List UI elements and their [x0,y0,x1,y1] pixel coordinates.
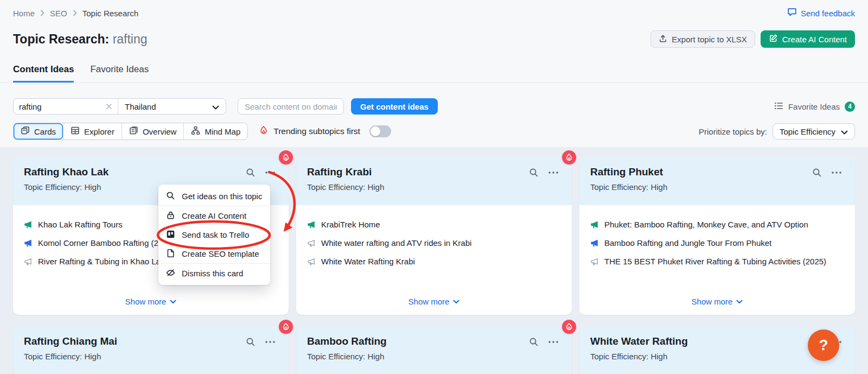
breadcrumb-seo[interactable]: SEO [50,9,67,18]
card-header: Rafting Krabi Topic Efficiency: High [296,157,572,205]
headline-item[interactable]: White water rafting and ATV rides in Kra… [307,238,561,249]
headline-text: White water rafting and ATV rides in Kra… [321,238,471,249]
topic-card-rafting-phuket: Rafting Phuket Topic Efficiency: High Ph… [579,157,855,315]
headline-text: Komol Corner Bamboo Rafting (2 [38,238,158,249]
card-header: Rafting Chiang Mai Topic Efficiency: Hig… [13,327,289,374]
headline-item[interactable]: KrabiTrek Home [307,219,561,230]
menu-create-seo-template[interactable]: Create SEO template [158,244,270,263]
more-options-icon[interactable] [548,171,559,174]
chevron-down-icon [212,102,219,111]
trending-subtopics-control: Trending subtopics first [259,125,391,138]
clear-keyword-icon[interactable] [106,103,112,110]
chevron-down-icon [453,300,459,304]
create-ai-content-button[interactable]: Create AI Content [761,30,855,48]
headline-item[interactable]: Phuket: Bamboo Rafting, Monkey Cave, and… [590,219,844,230]
show-more-label: Show more [409,297,450,306]
search-icon[interactable] [812,168,822,178]
menu-get-ideas[interactable]: Get ideas on this topic [158,187,270,206]
lock-icon [166,211,175,221]
headline-text: Phuket: Bamboo Rafting, Monkey Cave, and… [604,219,808,230]
trending-subtopics-toggle[interactable] [369,125,391,137]
cards-section: Rafting Khao Lak Topic Efficiency: High … [0,147,868,374]
headline-item[interactable]: Bamboo Rafting and Jungle Tour From Phuk… [590,238,844,249]
topic-card-rafting-krabi: Rafting Krabi Topic Efficiency: High Kra… [296,157,572,315]
headline-item[interactable]: THE 15 BEST Phuket River Rafting & Tubin… [590,256,844,267]
country-select[interactable]: Thailand [118,102,226,111]
search-icon[interactable] [246,337,256,347]
view-mind-map[interactable]: Mind Map [183,123,247,140]
prioritize-select[interactable]: Topic Efficiency [773,123,855,140]
show-more-label: Show more [692,297,733,306]
topic-efficiency: Topic Efficiency: High [590,352,842,361]
view-explorer-label: Explorer [84,127,114,136]
keyword-field-wrap [14,102,118,111]
card-context-menu: Get ideas on this topic Create AI Conten… [158,185,270,285]
search-icon[interactable] [246,168,256,178]
favorite-ideas-button[interactable]: Favorite Ideas 4 [774,102,855,112]
card-body: KrabiTrek Home White water rafting and A… [296,205,572,267]
export-xlsx-button[interactable]: Export topic to XLSX [650,30,755,48]
headline-item[interactable]: White Water Rafting Krabi [307,256,561,267]
megaphone-blue-icon [590,239,599,248]
trending-subtopics-label: Trending subtopics first [273,126,360,136]
view-explorer[interactable]: Explorer [63,123,122,140]
menu-create-ai-content[interactable]: Create AI Content [158,206,270,225]
title-actions: Export topic to XLSX Create AI Content [650,30,855,48]
view-overview[interactable]: Overview [122,123,184,140]
megaphone-blue-icon [24,239,33,248]
more-options-icon[interactable] [265,340,276,344]
topic-card-rafting-chiang-mai: Rafting Chiang Mai Topic Efficiency: Hig… [13,327,289,374]
page-title: Topic Research: rafting [13,32,148,47]
breadcrumb-row: Home SEO Topic Research Send feedback [0,0,868,18]
more-options-icon[interactable] [548,340,559,344]
card-title: Rafting Krabi [307,166,529,178]
show-more-link[interactable]: Show more [579,297,855,306]
breadcrumb-home[interactable]: Home [13,9,35,18]
help-button[interactable]: ? [808,329,839,361]
favorite-ideas-count-badge: 4 [845,102,855,112]
table-view-icon [71,126,80,137]
headline-text: White Water Rafting Krabi [321,256,415,267]
trending-fire-badge [562,150,576,164]
search-icon[interactable] [529,337,539,347]
get-content-ideas-label: Get content ideas [360,102,429,111]
mind-map-view-icon [191,126,200,137]
show-more-link[interactable]: Show more [296,297,572,306]
country-select-value: Thailand [125,102,156,111]
export-xlsx-label: Export topic to XLSX [672,35,746,44]
file-icon [166,249,175,259]
menu-dismiss-this-card[interactable]: Dismiss this card [158,264,270,283]
domain-search-input[interactable] [238,98,344,115]
headline-text: River Rafting & Tubing in Khao La [38,256,161,267]
headline-text: Bamboo Rafting and Jungle Tour From Phuk… [604,238,771,249]
tab-content-ideas[interactable]: Content Ideas [13,64,74,83]
search-icon[interactable] [529,168,539,178]
more-options-icon[interactable] [265,171,276,174]
view-cards-label: Cards [34,127,56,136]
title-row: Topic Research: rafting Export topic to … [0,30,868,48]
trending-fire-badge [279,320,293,334]
pencil-square-icon [769,34,778,45]
page-title-label: Topic Research: [13,32,109,46]
tabs-row: Content Ideas Favorite Ideas [0,64,868,83]
menu-item-label: Get ideas on this topic [182,192,262,201]
show-more-label: Show more [125,297,167,306]
tab-favorite-ideas[interactable]: Favorite Ideas [90,64,149,83]
create-ai-content-label: Create AI Content [782,35,847,44]
show-more-link[interactable]: Show more [13,297,289,306]
controls-row: Cards Explorer Overview Mind Map Trendin… [0,123,868,140]
menu-send-task-to-trello[interactable]: Send task to Trello [158,225,270,244]
card-header: Rafting Phuket Topic Efficiency: High [579,157,855,205]
trending-fire-badge [279,150,293,164]
topic-card-bamboo-rafting: Bamboo Rafting Topic Efficiency: High [296,327,572,374]
topic-research-page: Home SEO Topic Research Send feedback To… [0,0,868,374]
send-feedback-link[interactable]: Send feedback [787,8,855,18]
more-options-icon[interactable] [831,171,842,174]
megaphone-green-icon [590,220,599,229]
get-content-ideas-button[interactable]: Get content ideas [351,98,438,115]
upload-icon [659,34,667,45]
view-cards[interactable]: Cards [14,123,63,140]
breadcrumb: Home SEO Topic Research [13,9,138,18]
topic-efficiency: Topic Efficiency: High [307,182,559,192]
keyword-input[interactable] [19,102,103,111]
